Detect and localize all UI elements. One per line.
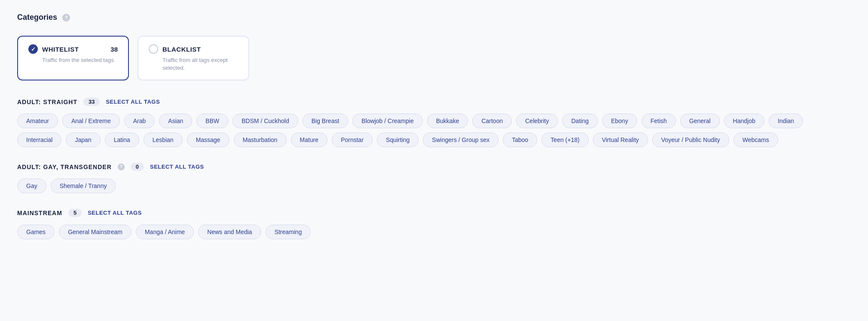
sections-container: ADULT: STRAIGHT33SELECT ALL TAGSAmateurA…: [17, 98, 834, 239]
section-header-adult-gay: ADULT: GAY, TRANSGENDER?0SELECT ALL TAGS: [17, 163, 834, 171]
tag-amateur[interactable]: Amateur: [17, 114, 58, 128]
whitelist-card-header: WHITELIST 38: [28, 44, 118, 54]
whitelist-desc: Traffic from the selected tags.: [42, 56, 118, 64]
tags-row-adult-gay: GayShemale / Tranny: [17, 179, 834, 193]
list-type-row: WHITELIST 38 Traffic from the selected t…: [17, 36, 834, 80]
tag-bukkake[interactable]: Bukkake: [427, 114, 468, 128]
categories-help-icon[interactable]: ?: [62, 14, 70, 22]
section-title-adult-straight: ADULT: STRAIGHT: [17, 99, 77, 105]
whitelist-title: WHITELIST: [42, 46, 79, 53]
section-count-adult-gay: 0: [131, 163, 144, 171]
section-help-icon-adult-gay[interactable]: ?: [118, 164, 125, 170]
tag-masturbation[interactable]: Masturbation: [234, 133, 287, 147]
page-wrapper: Categories ? WHITELIST 38 Traffic from t…: [17, 13, 834, 239]
whitelist-count: 38: [110, 46, 118, 53]
tag-fetish[interactable]: Fetish: [642, 114, 676, 128]
tag-shemale-tranny[interactable]: Shemale / Tranny: [51, 179, 116, 193]
tag-streaming[interactable]: Streaming: [266, 225, 311, 239]
tag-general[interactable]: General: [680, 114, 720, 128]
tag-manga-anime[interactable]: Manga / Anime: [136, 225, 194, 239]
tag-asian[interactable]: Asian: [159, 114, 192, 128]
tag-voyeur-public-nudity[interactable]: Voyeur / Public Nudity: [652, 133, 729, 147]
tag-squirting[interactable]: Squirting: [377, 133, 419, 147]
tag-taboo[interactable]: Taboo: [503, 133, 537, 147]
blacklist-radio[interactable]: [149, 44, 158, 54]
section-header-mainstream: MAINSTREAM5SELECT ALL TAGS: [17, 209, 834, 217]
tag-interracial[interactable]: Interracial: [17, 133, 61, 147]
tag-games[interactable]: Games: [17, 225, 55, 239]
tag-news-and-media[interactable]: News and Media: [198, 225, 261, 239]
tag-dating[interactable]: Dating: [562, 114, 597, 128]
tag-japan[interactable]: Japan: [66, 133, 100, 147]
section-count-adult-straight: 33: [83, 98, 100, 106]
tag-massage[interactable]: Massage: [187, 133, 229, 147]
whitelist-card[interactable]: WHITELIST 38 Traffic from the selected t…: [17, 36, 129, 80]
tag-bbw[interactable]: BBW: [196, 114, 228, 128]
select-all-btn-mainstream[interactable]: SELECT ALL TAGS: [88, 210, 142, 216]
tag-ebony[interactable]: Ebony: [602, 114, 637, 128]
tag-arab[interactable]: Arab: [124, 114, 155, 128]
section-title-adult-gay: ADULT: GAY, TRANSGENDER: [17, 164, 112, 170]
tag-celebrity[interactable]: Celebrity: [516, 114, 558, 128]
section-adult-straight: ADULT: STRAIGHT33SELECT ALL TAGSAmateurA…: [17, 98, 834, 147]
categories-label: Categories: [17, 13, 57, 22]
tag-blowjob-creampie[interactable]: Blowjob / Creampie: [352, 114, 422, 128]
section-header-adult-straight: ADULT: STRAIGHT33SELECT ALL TAGS: [17, 98, 834, 106]
section-mainstream: MAINSTREAM5SELECT ALL TAGSGamesGeneral M…: [17, 209, 834, 239]
tag-cartoon[interactable]: Cartoon: [472, 114, 512, 128]
tag-gay[interactable]: Gay: [17, 179, 46, 193]
select-all-btn-adult-straight[interactable]: SELECT ALL TAGS: [106, 99, 160, 105]
blacklist-card-header: BLACKLIST: [149, 44, 238, 54]
tag-handjob[interactable]: Handjob: [724, 114, 764, 128]
tag-big-breast[interactable]: Big Breast: [303, 114, 348, 128]
section-count-mainstream: 5: [68, 209, 82, 217]
tag-latina[interactable]: Latina: [105, 133, 139, 147]
tag-lesbian[interactable]: Lesbian: [144, 133, 183, 147]
tag-anal-extreme[interactable]: Anal / Extreme: [62, 114, 120, 128]
blacklist-title: BLACKLIST: [162, 46, 201, 53]
tag-webcams[interactable]: Webcams: [734, 133, 778, 147]
header-row: Categories ?: [17, 13, 834, 22]
tag-teen-18-[interactable]: Teen (+18): [541, 133, 588, 147]
tag-bdsm-cuckhold[interactable]: BDSM / Cuckhold: [232, 114, 298, 128]
section-adult-gay: ADULT: GAY, TRANSGENDER?0SELECT ALL TAGS…: [17, 163, 834, 193]
tag-swingers-group-sex[interactable]: Swingers / Group sex: [423, 133, 498, 147]
tag-indian[interactable]: Indian: [769, 114, 803, 128]
tag-mature[interactable]: Mature: [291, 133, 328, 147]
tag-virtual-reality[interactable]: Virtual Reality: [593, 133, 648, 147]
tags-row-adult-straight: AmateurAnal / ExtremeArabAsianBBWBDSM / …: [17, 114, 834, 147]
blacklist-card[interactable]: BLACKLIST Traffic from all tags except s…: [138, 36, 249, 80]
section-title-mainstream: MAINSTREAM: [17, 210, 62, 216]
blacklist-desc: Traffic from all tags except selected.: [162, 56, 238, 72]
tags-row-mainstream: GamesGeneral MainstreamManga / AnimeNews…: [17, 225, 834, 239]
whitelist-radio[interactable]: [28, 44, 38, 54]
tag-general-mainstream[interactable]: General Mainstream: [59, 225, 131, 239]
select-all-btn-adult-gay[interactable]: SELECT ALL TAGS: [150, 164, 204, 170]
tag-pornstar[interactable]: Pornstar: [332, 133, 373, 147]
